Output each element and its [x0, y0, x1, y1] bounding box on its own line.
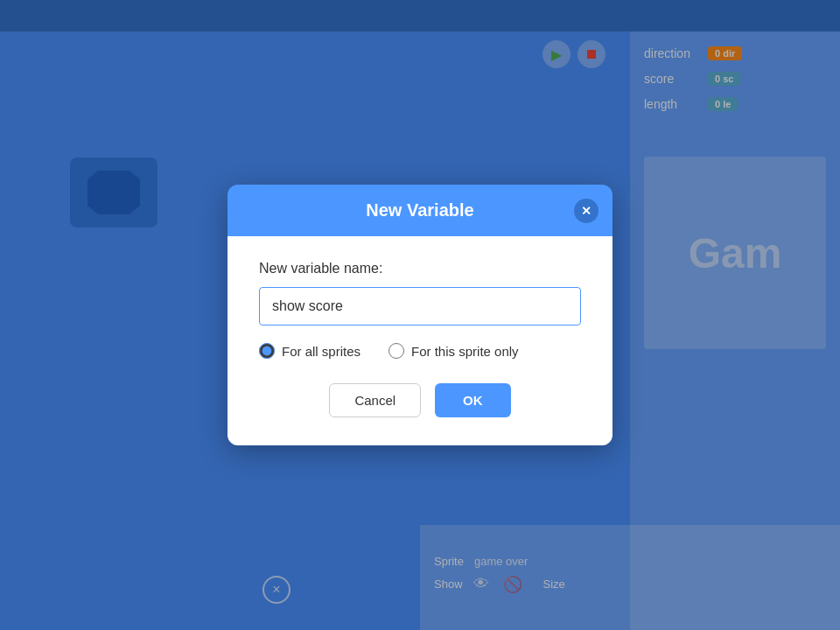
for-this-sprite-option[interactable]: For this sprite only [388, 343, 519, 359]
scope-radio-group: For all sprites For this sprite only [259, 343, 581, 359]
ok-button[interactable]: OK [435, 383, 511, 417]
for-this-sprite-label: For this sprite only [411, 344, 519, 359]
for-all-sprites-radio[interactable] [259, 343, 275, 359]
dialog-body: New variable name: For all sprites For t… [228, 236, 612, 445]
for-all-sprites-label: For all sprites [282, 344, 360, 359]
dialog-actions: Cancel OK [259, 383, 581, 417]
modal-overlay: New Variable ✕ New variable name: For al… [0, 0, 840, 630]
dialog-header: New Variable ✕ [228, 185, 612, 236]
cancel-button[interactable]: Cancel [329, 383, 421, 417]
new-variable-dialog: New Variable ✕ New variable name: For al… [228, 185, 612, 445]
dialog-title: New Variable [366, 200, 473, 220]
for-this-sprite-radio[interactable] [388, 343, 404, 359]
variable-name-input[interactable] [259, 287, 581, 326]
for-all-sprites-option[interactable]: For all sprites [259, 343, 360, 359]
variable-name-label: New variable name: [259, 261, 581, 276]
dialog-close-button[interactable]: ✕ [574, 199, 598, 223]
